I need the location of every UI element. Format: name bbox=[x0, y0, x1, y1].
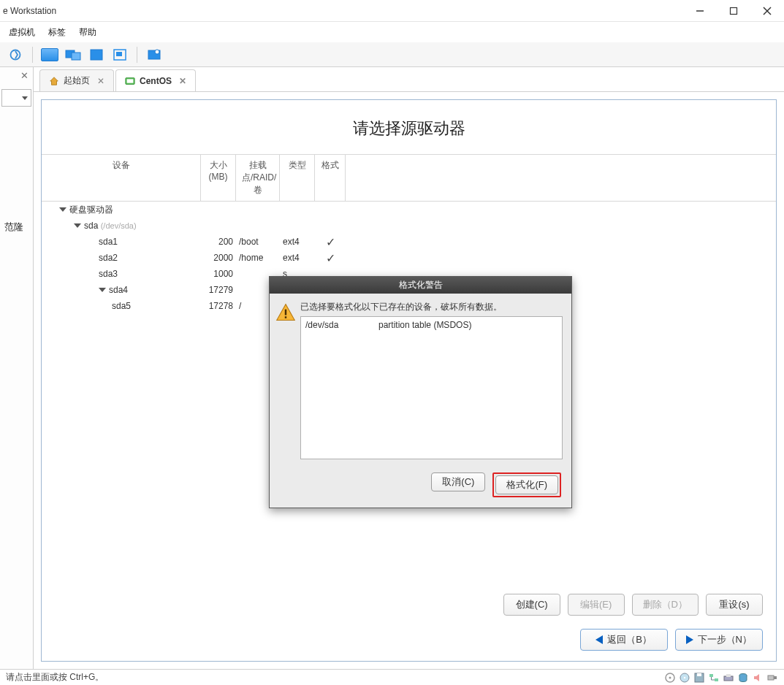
maximize-button[interactable] bbox=[717, 0, 750, 22]
toolbar bbox=[0, 42, 784, 67]
fullscreen-icon bbox=[89, 48, 104, 61]
side-panel-close[interactable]: ✕ bbox=[20, 70, 28, 81]
window-controls bbox=[683, 0, 784, 22]
window-titlebar: e Workstation bbox=[0, 0, 784, 22]
edit-button: 编辑(E) bbox=[568, 594, 625, 616]
svg-rect-9 bbox=[116, 52, 122, 56]
side-panel: ✕ 范隆 bbox=[0, 67, 34, 669]
svg-point-19 bbox=[684, 676, 685, 678]
multimon-icon bbox=[65, 48, 81, 61]
tab-centos[interactable]: CentOS ✕ bbox=[115, 69, 196, 91]
sound-icon[interactable] bbox=[752, 672, 764, 684]
svg-rect-13 bbox=[127, 79, 134, 83]
tab-home-close[interactable]: ✕ bbox=[97, 76, 104, 86]
highlight-box: 格式化(F) bbox=[492, 472, 561, 497]
menu-bar: 虚拟机 标签 帮助 bbox=[0, 22, 784, 42]
minimize-button[interactable] bbox=[683, 0, 717, 22]
list-item[interactable]: /dev/sda partition table (MSDOS) bbox=[305, 320, 557, 330]
back-button[interactable]: 返回（B） bbox=[580, 629, 668, 651]
printer-icon[interactable] bbox=[723, 672, 734, 684]
reset-button[interactable]: 重设(s) bbox=[706, 594, 763, 616]
svg-rect-28 bbox=[774, 676, 777, 679]
window-title: e Workstation bbox=[3, 6, 56, 16]
svg-rect-27 bbox=[768, 676, 774, 680]
menu-help[interactable]: 帮助 bbox=[79, 26, 96, 39]
svg-point-11 bbox=[155, 50, 159, 54]
network-icon[interactable] bbox=[708, 672, 720, 684]
tray-icons bbox=[664, 672, 778, 684]
svg-rect-23 bbox=[715, 678, 718, 681]
svg-rect-6 bbox=[72, 53, 80, 60]
close-button[interactable] bbox=[750, 0, 784, 22]
tree-row-sda1[interactable]: sda1 200 /boot ext4 ✓ bbox=[42, 234, 776, 250]
side-panel-combo[interactable] bbox=[1, 89, 31, 107]
toolbar-button-1[interactable] bbox=[6, 45, 25, 64]
toolbar-button-snapshot[interactable] bbox=[145, 45, 164, 64]
svg-point-17 bbox=[669, 676, 671, 678]
disk-icon[interactable] bbox=[664, 672, 676, 684]
next-button[interactable]: 下一步（N） bbox=[675, 629, 763, 651]
dialog-device-list[interactable]: /dev/sda partition table (MSDOS) bbox=[300, 316, 563, 459]
tree-row-root[interactable]: 硬盘驱动器 bbox=[42, 202, 776, 218]
col-mount[interactable]: 挂载点/RAID/卷 bbox=[236, 155, 280, 201]
tree-row-sda[interactable]: sda (/dev/sda) bbox=[42, 218, 776, 234]
dialog-title: 格式化警告 bbox=[270, 276, 571, 294]
arrow-left-icon bbox=[595, 635, 603, 644]
tab-centos-label: CentOS bbox=[140, 76, 172, 86]
check-icon: ✓ bbox=[326, 236, 335, 248]
vm-icon bbox=[125, 76, 135, 86]
col-fmt[interactable]: 格式 bbox=[315, 155, 346, 201]
svg-rect-22 bbox=[709, 674, 713, 677]
svg-rect-7 bbox=[91, 50, 102, 60]
arrow-right-icon bbox=[686, 635, 693, 644]
toolbar-button-multimon[interactable] bbox=[64, 45, 83, 64]
svg-rect-14 bbox=[285, 310, 286, 315]
format-warning-dialog: 格式化警告 已选择要格式化以下已存在的设备，破坏所有数据。 /dev/sda p… bbox=[269, 276, 572, 508]
svg-rect-21 bbox=[697, 673, 701, 676]
warning-icon bbox=[275, 302, 296, 323]
create-button[interactable]: 创建(C) bbox=[503, 594, 560, 616]
toolbar-button-unity[interactable] bbox=[110, 45, 129, 64]
col-device[interactable]: 设备 bbox=[42, 155, 201, 201]
side-panel-label: 范隆 bbox=[4, 221, 23, 234]
toolbar-button-fullscreen[interactable] bbox=[87, 45, 106, 64]
toolbar-button-console[interactable] bbox=[40, 45, 59, 64]
menu-tags[interactable]: 标签 bbox=[48, 26, 66, 39]
usb-icon[interactable] bbox=[766, 672, 778, 684]
home-icon bbox=[49, 76, 59, 86]
col-type[interactable]: 类型 bbox=[280, 155, 315, 201]
tab-strip: 起始页 ✕ CentOS ✕ bbox=[34, 67, 784, 92]
cancel-button[interactable]: 取消(C) bbox=[431, 472, 485, 491]
tab-home-label: 起始页 bbox=[64, 74, 90, 87]
format-button[interactable]: 格式化(F) bbox=[495, 475, 558, 494]
svg-rect-1 bbox=[731, 7, 737, 14]
hdd-icon[interactable] bbox=[737, 672, 749, 684]
page-title: 请选择源驱动器 bbox=[42, 100, 776, 154]
svg-rect-25 bbox=[726, 674, 731, 677]
floppy-icon[interactable] bbox=[693, 672, 705, 684]
tree-row-sda2[interactable]: sda2 2000 /home ext4 ✓ bbox=[42, 250, 776, 266]
check-icon: ✓ bbox=[326, 252, 335, 264]
menu-vm[interactable]: 虚拟机 bbox=[9, 26, 35, 39]
cd-icon[interactable] bbox=[679, 672, 690, 684]
tab-centos-close[interactable]: ✕ bbox=[179, 76, 186, 86]
tab-home[interactable]: 起始页 ✕ bbox=[39, 69, 114, 91]
status-hint: 请点击里面或按 Ctrl+G。 bbox=[6, 671, 104, 684]
svg-rect-15 bbox=[285, 316, 286, 318]
dialog-message: 已选择要格式化以下已存在的设备，破坏所有数据。 bbox=[300, 301, 563, 313]
snapshot-icon bbox=[147, 48, 161, 61]
delete-button: 删除（D） bbox=[632, 594, 699, 616]
col-size[interactable]: 大小(MB) bbox=[201, 155, 236, 201]
unity-icon bbox=[113, 48, 127, 61]
status-bar: 请点击里面或按 Ctrl+G。 bbox=[0, 669, 784, 685]
